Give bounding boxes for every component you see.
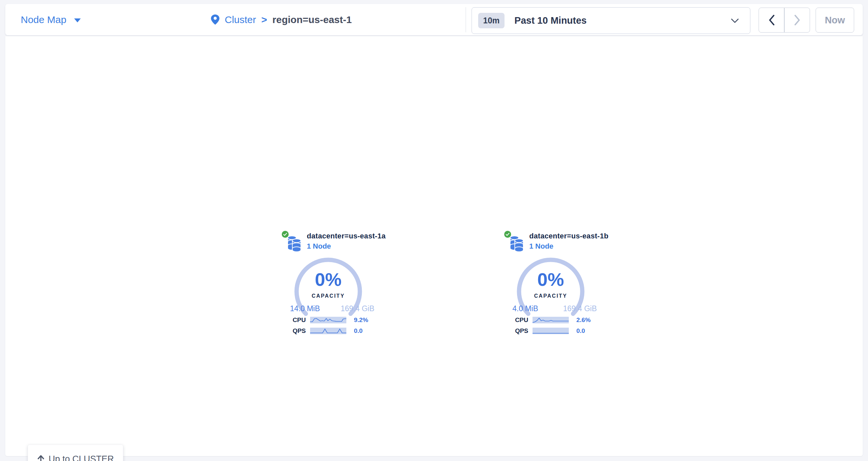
capacity-total: 169.4 GiB <box>341 304 374 313</box>
capacity-label: CAPACITY <box>293 293 363 299</box>
qps-sparkline <box>310 328 346 334</box>
datacenter-node-count[interactable]: 1 Node <box>307 242 331 251</box>
datacenter-node-count[interactable]: 1 Node <box>529 242 553 251</box>
node-map-canvas: datacenter=us-east-1a 1 Node 0% CAPACITY… <box>5 36 863 456</box>
location-pin-icon <box>211 14 219 25</box>
cpu-value: 2.6% <box>576 317 591 324</box>
qps-value: 0.0 <box>576 327 585 335</box>
datacenter-icon <box>509 235 524 252</box>
cpu-metric-row: CPU 9.2% <box>281 317 380 324</box>
datacenter-card[interactable]: datacenter=us-east-1a 1 Node 0% CAPACITY… <box>281 229 380 341</box>
cpu-label: CPU <box>504 317 528 324</box>
cpu-metric-row: CPU 2.6% <box>504 317 603 324</box>
breadcrumb-current: region=us-east-1 <box>273 14 352 25</box>
qps-sparkline <box>532 328 569 334</box>
caret-down-icon <box>74 19 81 22</box>
time-nav-group <box>758 7 810 33</box>
capacity-label: CAPACITY <box>516 293 585 299</box>
time-now-button[interactable]: Now <box>816 7 854 33</box>
status-healthy-icon <box>504 231 511 238</box>
qps-label: QPS <box>281 327 306 335</box>
datacenter-name: datacenter=us-east-1b <box>529 232 608 240</box>
breadcrumb: Cluster > region=us-east-1 <box>211 4 352 35</box>
time-range-dropdown[interactable]: 10m Past 10 Minutes <box>471 7 750 34</box>
qps-metric-row: QPS 0.0 <box>504 327 603 335</box>
datacenter-icon <box>287 235 302 252</box>
qps-label: QPS <box>504 327 528 335</box>
cpu-sparkline <box>310 317 346 323</box>
breadcrumb-separator: > <box>261 14 267 25</box>
qps-value: 0.0 <box>354 327 363 335</box>
cpu-label: CPU <box>281 317 306 324</box>
up-to-cluster-button[interactable]: Up to CLUSTER <box>28 444 123 461</box>
status-healthy-icon <box>282 231 289 238</box>
time-range-badge: 10m <box>478 13 504 28</box>
datacenter-name: datacenter=us-east-1a <box>307 232 385 240</box>
cpu-value: 9.2% <box>354 317 368 324</box>
time-next-button[interactable] <box>784 7 810 33</box>
arrow-up-icon <box>37 455 45 461</box>
capacity-percent: 0% <box>293 270 363 289</box>
capacity-percent: 0% <box>516 270 585 289</box>
datacenter-card[interactable]: datacenter=us-east-1b 1 Node 0% CAPACITY… <box>504 229 603 341</box>
capacity-total: 169.4 GiB <box>563 304 597 313</box>
view-selector-label: Node Map <box>21 14 66 25</box>
up-to-cluster-label: Up to CLUSTER <box>49 454 114 461</box>
chevron-left-icon <box>769 15 774 25</box>
header-divider <box>466 7 466 32</box>
chevron-right-icon <box>795 15 800 25</box>
capacity-used: 14.0 MiB <box>290 304 320 313</box>
capacity-used: 4.0 MiB <box>513 304 538 313</box>
chevron-down-icon <box>731 19 739 23</box>
qps-metric-row: QPS 0.0 <box>281 327 380 335</box>
time-range-label: Past 10 Minutes <box>515 15 587 26</box>
capacity-gauge-arc <box>516 257 585 326</box>
time-prev-button[interactable] <box>758 7 784 33</box>
view-selector-dropdown[interactable]: Node Map <box>21 4 81 35</box>
breadcrumb-cluster-link[interactable]: Cluster <box>225 14 256 25</box>
topbar: Node Map Cluster > region=us-east-1 10m … <box>5 4 863 35</box>
cpu-sparkline <box>532 317 569 323</box>
capacity-gauge-arc <box>293 257 363 326</box>
